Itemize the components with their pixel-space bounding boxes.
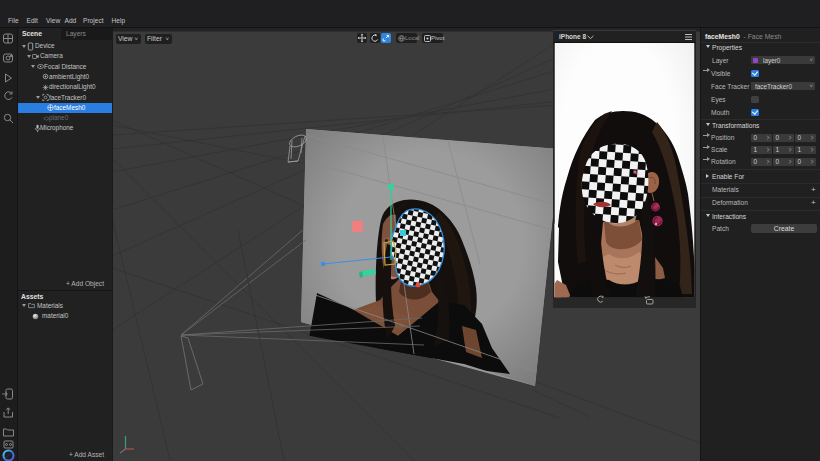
svg-text:iPhone 8: iPhone 8 [559, 33, 586, 40]
